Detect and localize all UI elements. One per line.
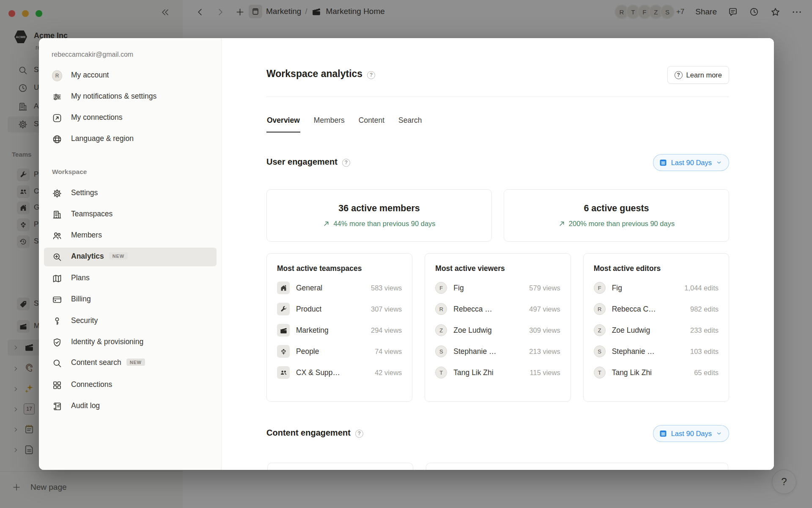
gear-icon <box>52 188 62 199</box>
avatar: R <box>435 303 447 315</box>
analytics-panel: Workspace analytics? ? Learn more Overvi… <box>222 38 774 470</box>
home-icon <box>277 282 290 294</box>
card-most-active-teamspaces: Most active teamspaces General 583 views… <box>266 253 412 402</box>
section-title-user-engagement: User engagement? <box>266 157 350 167</box>
nav-item-my-account[interactable]: R My account <box>44 66 217 85</box>
nav-item-identity-provisioning[interactable]: Identity & provisioning <box>44 333 217 352</box>
user-avatar: R <box>52 70 62 81</box>
avatar: Z <box>594 324 606 336</box>
help-circle-icon[interactable]: ? <box>355 430 363 438</box>
stat-value: 36 active members <box>338 203 420 214</box>
learn-more-button[interactable]: ? Learn more <box>667 66 729 84</box>
nav-section-workspace: Workspace <box>52 168 87 176</box>
key-icon <box>52 316 62 326</box>
tab-content[interactable]: Content <box>358 113 385 133</box>
avatar: F <box>435 282 447 294</box>
chevron-down-icon <box>716 430 722 437</box>
notion-app-window: Marketing / Marketing Home R T F Z S +7 … <box>0 0 812 508</box>
nav-item-settings[interactable]: Settings <box>44 184 217 203</box>
partial-card <box>426 463 728 470</box>
arrow-up-right-icon <box>323 220 330 227</box>
list-item[interactable]: Product 307 views <box>277 298 402 320</box>
flower-icon <box>277 345 290 358</box>
search-icon <box>52 358 62 368</box>
list-item[interactable]: People 74 views <box>277 341 402 362</box>
wrench-icon <box>277 303 290 315</box>
list-item[interactable]: Z Zoe Ludwig 233 edits <box>594 320 719 341</box>
settings-modal: rebeccamcakir@gmail.com R My account My … <box>39 38 774 470</box>
list-item[interactable]: R Rebecca C… 982 edits <box>594 298 719 320</box>
new-badge: NEW <box>126 359 145 366</box>
list-item[interactable]: R Rebecca … 497 views <box>435 298 560 320</box>
globe-icon <box>52 134 62 144</box>
stat-delta: 200% more than previous 90 days <box>558 220 675 228</box>
scroll-icon <box>52 401 62 411</box>
analytics-tabs: Overview Members Content Search <box>266 113 422 133</box>
members-icon <box>52 231 62 241</box>
arrow-up-right-icon <box>558 220 565 227</box>
avatar: F <box>594 282 606 294</box>
help-circle-icon[interactable]: ? <box>367 71 375 79</box>
list-item[interactable]: T Tang Lik Zhi 65 edits <box>594 362 719 383</box>
stat-card-active-guests: 6 active guests 200% more than previous … <box>504 189 729 242</box>
tab-members[interactable]: Members <box>313 113 345 133</box>
list-item[interactable]: Z Zoe Ludwig 309 views <box>435 320 560 341</box>
nav-item-security[interactable]: Security <box>44 312 217 331</box>
nav-item-analytics[interactable]: AnalyticsNEW <box>44 248 217 266</box>
grid-squares-icon <box>52 380 62 390</box>
help-circle-icon[interactable]: ? <box>342 159 350 167</box>
nav-item-audit-log[interactable]: Audit log <box>44 397 217 416</box>
list-item[interactable]: F Fig 1,044 edits <box>594 277 719 298</box>
sliders-icon <box>52 92 62 102</box>
nav-item-content-search[interactable]: Content searchNEW <box>44 354 217 373</box>
magnifier-plus-icon <box>52 252 62 262</box>
list-item[interactable]: S Stephanie … 103 edits <box>594 341 719 362</box>
avatar: T <box>435 367 447 378</box>
avatar: S <box>594 345 606 357</box>
shield-check-icon <box>52 337 62 348</box>
nav-item-language-region[interactable]: Language & region <box>44 130 217 149</box>
arrow-up-right-box-icon <box>52 113 62 123</box>
nav-item-billing[interactable]: Billing <box>44 290 217 309</box>
list-item[interactable]: General 583 views <box>277 277 402 298</box>
credit-card-icon <box>52 295 62 305</box>
list-item[interactable]: T Tang Lik Zhi 115 views <box>435 362 560 383</box>
partial-card <box>267 463 413 470</box>
avatar: R <box>594 303 606 315</box>
card-most-active-viewers: Most active viewers F Fig 579 views R Re… <box>425 253 571 402</box>
avatar: T <box>594 367 606 378</box>
card-most-active-editors: Most active editors F Fig 1,044 edits R … <box>583 253 729 402</box>
page-title: Workspace analytics? <box>266 68 375 80</box>
nav-item-members[interactable]: Members <box>44 226 217 245</box>
new-badge: NEW <box>109 252 128 260</box>
clapperboard-icon <box>277 324 290 337</box>
avatar: Z <box>435 324 447 336</box>
nav-item-connections[interactable]: Connections <box>44 376 217 395</box>
stat-delta: 44% more than previous 90 days <box>323 220 435 228</box>
list-item[interactable]: Marketing 294 views <box>277 320 402 341</box>
stat-value: 6 active guests <box>584 203 649 214</box>
stat-card-active-members: 36 active members 44% more than previous… <box>266 189 492 242</box>
tab-overview[interactable]: Overview <box>266 113 300 133</box>
section-title-content-engagement: Content engagement? <box>266 428 363 438</box>
list-item[interactable]: S Stephanie … 213 views <box>435 341 560 362</box>
nav-item-plans[interactable]: Plans <box>44 269 217 288</box>
avatar: S <box>435 345 447 357</box>
settings-nav: rebeccamcakir@gmail.com R My account My … <box>39 38 222 470</box>
divider <box>266 97 729 97</box>
list-item[interactable]: F Fig 579 views <box>435 277 560 298</box>
calendar-icon <box>659 429 667 438</box>
tab-search[interactable]: Search <box>398 113 422 133</box>
account-email: rebeccamcakir@gmail.com <box>52 51 133 58</box>
nav-item-my-connections[interactable]: My connections <box>44 109 217 127</box>
map-icon <box>52 273 62 284</box>
nav-item-teamspaces[interactable]: Teamspaces <box>44 205 217 224</box>
date-range-dropdown[interactable]: Last 90 Days <box>653 425 729 442</box>
chevron-down-icon <box>716 159 722 166</box>
people-icon <box>277 366 290 379</box>
building-icon <box>52 210 62 220</box>
question-circle-icon: ? <box>675 71 683 79</box>
list-item[interactable]: CX & Supp… 42 views <box>277 362 402 383</box>
date-range-dropdown[interactable]: Last 90 Days <box>653 154 729 171</box>
nav-item-notifications-settings[interactable]: My notifications & settings <box>44 88 217 106</box>
